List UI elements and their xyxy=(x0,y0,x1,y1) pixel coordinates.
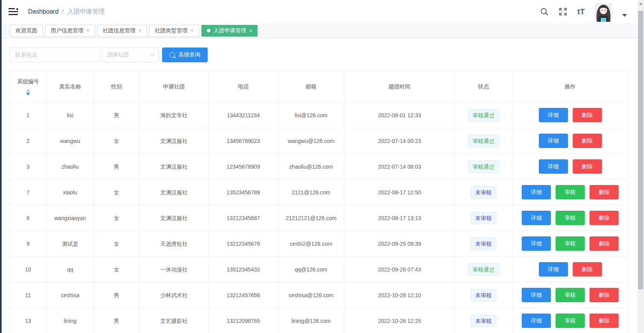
active-tab-dot xyxy=(207,29,210,32)
sort-desc-icon[interactable] xyxy=(26,93,30,95)
review-button[interactable]: 审核 xyxy=(556,211,585,225)
cell-time: 2022-10-28 12:25 xyxy=(344,308,455,333)
cell-time: 2022-08-17 12:50 xyxy=(344,180,455,205)
chevron-down-icon xyxy=(150,51,155,56)
sort-asc-icon[interactable] xyxy=(26,89,30,92)
cell-status: 审核通过 xyxy=(455,102,512,128)
cell-name: qq xyxy=(47,257,94,282)
col-header-actions: 操作 xyxy=(512,71,628,102)
status-badge: 审核通过 xyxy=(468,160,499,173)
cell-name: 测试是 xyxy=(47,231,94,257)
delete-button[interactable]: 删除 xyxy=(573,159,602,174)
breadcrumb-root[interactable]: Dashboard xyxy=(28,8,58,15)
top-navbar: Dashboard/入团申请管理 tT xyxy=(2,0,644,23)
detail-button[interactable]: 详细 xyxy=(539,108,568,122)
collapsed-sidebar-strip xyxy=(0,0,2,333)
tab-label: 社团类型管理 xyxy=(155,27,187,34)
tab-close-icon[interactable]: × xyxy=(86,28,90,33)
sort-carets-icon[interactable] xyxy=(26,89,30,95)
cell-email: zhaoliu@126.com xyxy=(278,154,344,180)
actions-cell: 详细审核删除 xyxy=(512,205,628,231)
cell-club: 文渊汉服社 xyxy=(139,128,209,154)
detail-button[interactable]: 详细 xyxy=(522,288,551,302)
vertical-scrollbar[interactable] xyxy=(637,0,644,333)
cell-id: 3 xyxy=(10,154,47,180)
status-badge: 未审核 xyxy=(471,186,496,199)
status-badge: 未审核 xyxy=(471,289,496,301)
cell-email: wangwu@126.com xyxy=(278,128,344,154)
sidebar-toggle-icon[interactable] xyxy=(9,8,18,16)
cell-gender: 男 xyxy=(94,282,139,308)
cell-gender: 男 xyxy=(94,154,139,180)
col-header-email: 邮箱 xyxy=(278,71,344,102)
actions-cell: 详细审核删除 xyxy=(512,308,628,333)
cell-phone: 13212457656 xyxy=(209,282,278,308)
cell-gender: 女 xyxy=(94,128,139,154)
cell-name: xiaolu xyxy=(47,180,94,205)
search-icon[interactable] xyxy=(540,7,549,16)
tab-club-type[interactable]: 社团类型管理 × xyxy=(149,25,199,37)
text-size-icon[interactable]: tT xyxy=(577,8,585,16)
delete-button[interactable]: 删除 xyxy=(573,108,602,122)
delete-button[interactable]: 删除 xyxy=(589,236,619,251)
table-row: 10 qq 女 一休动漫社 13512345432 qq@126.com 202… xyxy=(10,257,628,282)
review-button[interactable]: 审核 xyxy=(556,288,585,302)
cell-phone: 13212345678 xyxy=(209,231,278,257)
detail-button[interactable]: 详细 xyxy=(522,236,551,251)
delete-button[interactable]: 删除 xyxy=(573,262,602,277)
cell-id: 9 xyxy=(10,231,47,257)
review-button[interactable]: 审核 xyxy=(556,314,585,328)
club-select[interactable]: 选择社团 xyxy=(102,48,159,62)
actions-cell: 详细审核删除 xyxy=(512,231,628,257)
user-avatar[interactable] xyxy=(595,3,612,22)
status-badge: 未审核 xyxy=(471,212,496,224)
review-button[interactable]: 审核 xyxy=(556,185,585,199)
tab-label: 入团申请管理 xyxy=(213,27,246,34)
tab-join-application[interactable]: 入团申请管理 × xyxy=(201,25,258,37)
cell-phone: 13212098765 xyxy=(209,308,278,333)
detail-button[interactable]: 详细 xyxy=(522,211,551,225)
cell-club: 文渊汉服社 xyxy=(139,205,209,231)
tab-close-icon[interactable]: × xyxy=(139,28,142,33)
cell-time: 2022-10-28 12:10 xyxy=(344,282,455,308)
tab-user-info[interactable]: 用户信息管理 × xyxy=(45,25,95,37)
tab-close-icon[interactable]: × xyxy=(249,28,252,33)
table-header-row: 系统编号 真实名称 性别 申请社团 电话 邮箱 建团时间 状态 xyxy=(10,71,628,102)
advanced-query-label: 高级查询 xyxy=(178,51,200,58)
cell-gender: 女 xyxy=(94,231,139,257)
scrollbar-thumb[interactable] xyxy=(638,11,643,289)
tab-close-icon[interactable]: × xyxy=(191,28,194,33)
status-badge: 未审核 xyxy=(471,315,496,327)
detail-button[interactable]: 详细 xyxy=(539,159,568,174)
cell-name: lisi xyxy=(47,102,94,128)
delete-button[interactable]: 删除 xyxy=(573,134,602,148)
cell-id: 2 xyxy=(10,128,47,154)
status-badge: 审核通过 xyxy=(468,109,499,122)
advanced-query-button[interactable]: 高级查询 xyxy=(162,48,208,62)
status-badge: 未审核 xyxy=(471,238,496,250)
delete-button[interactable]: 删除 xyxy=(589,211,619,225)
detail-button[interactable]: 详细 xyxy=(539,262,568,277)
detail-button[interactable]: 详细 xyxy=(539,134,568,148)
delete-button[interactable]: 删除 xyxy=(589,185,619,199)
detail-button[interactable]: 详细 xyxy=(522,314,551,328)
phone-input[interactable] xyxy=(9,48,100,62)
breadcrumb: Dashboard/入团申请管理 xyxy=(28,8,105,16)
review-button[interactable]: 审核 xyxy=(556,236,585,251)
scroll-up-arrow-icon[interactable] xyxy=(639,2,643,5)
tab-club-info[interactable]: 社团信息管理 × xyxy=(97,25,147,37)
cell-id: 10 xyxy=(10,257,47,282)
tab-welcome-page[interactable]: 欢迎页面 xyxy=(10,25,43,37)
cell-time: 2022-09-25 09:39 xyxy=(344,231,455,257)
detail-button[interactable]: 详细 xyxy=(522,185,551,199)
table-row: 8 wangxiaoyan 女 文渊汉服社 13212345687 212121… xyxy=(10,205,628,231)
delete-button[interactable]: 删除 xyxy=(589,314,619,328)
fullscreen-icon[interactable] xyxy=(559,7,567,16)
user-menu-caret-icon[interactable] xyxy=(622,14,627,17)
breadcrumb-current: 入团申请管理 xyxy=(67,8,105,15)
cell-time: 2022-08-17 13:13 xyxy=(344,205,455,231)
delete-button[interactable]: 删除 xyxy=(589,288,619,302)
cell-club: 一休动漫社 xyxy=(139,257,209,282)
cell-time: 2022-09-28 07:43 xyxy=(344,257,455,282)
col-header-time: 建团时间 xyxy=(344,71,455,102)
